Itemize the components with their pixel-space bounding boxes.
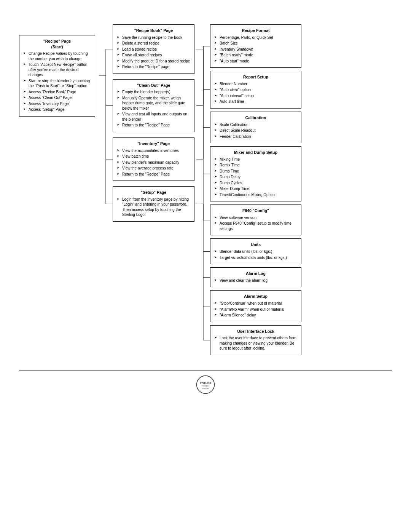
recipe-page-item: Change Recipe Values by touching the num…	[23, 51, 91, 61]
mixer-dump-item: Mixing Time	[214, 157, 297, 162]
report-setup-item: "Auto interval" setup	[214, 93, 297, 99]
setup-item: Login from the inventory page by hitting…	[117, 197, 190, 217]
alarm-setup-item: "Alarm/No Alarm" when out of material	[214, 307, 297, 312]
mixer-dump-item: Dump Delay	[214, 174, 297, 180]
recipe-page-item: Touch "Accept New Recipe" button after y…	[23, 62, 91, 78]
report-setup-item: Auto start time	[214, 99, 297, 104]
recipe-book-item: Modify the product ID for a stored recip…	[117, 59, 190, 64]
calibration-title: Calibration	[214, 115, 297, 121]
ui-lock-title: User Interface Lock	[214, 329, 297, 334]
f940-config-title: F940 "Config"	[214, 208, 297, 214]
clean-out-item: Empty the blender hopper(s)	[117, 89, 190, 95]
recipe-page-item: Access "Clean Out" Page	[23, 95, 91, 101]
column-2: "Recipe Book" PageSave the running recip…	[113, 24, 196, 355]
inventory-box: "Inventory" PageView the accumulated inv…	[113, 137, 194, 181]
calibration-item: Scale Calibration	[214, 122, 297, 128]
report-setup-title: Report Setup	[214, 74, 297, 80]
inventory-title: "Inventory" Page	[117, 141, 190, 147]
conn-1-2-svg	[99, 24, 113, 355]
alarm-log-item: View and clear the alarm log	[214, 278, 297, 283]
col2-boxes: "Recipe Book" PageSave the running recip…	[113, 24, 196, 222]
mixer-dump-item: Remix Time	[214, 163, 297, 168]
clean-out-item: Return to the "Recipe" Page	[117, 123, 190, 128]
sterling-logo: STERLING PROCESS SYSTEMS	[196, 375, 215, 394]
recipe-page-title: "Recipe" Page (Start)	[23, 38, 91, 50]
svg-text:STERLING: STERLING	[200, 382, 211, 384]
units-item: Target vs. actual data units (lbs. or kg…	[214, 255, 297, 260]
alarm-log-title: Alarm Log	[214, 271, 297, 276]
clean-out-title: "Clean Out" Page	[117, 83, 190, 88]
recipe-book-item: Load a stored recipe	[117, 47, 190, 52]
recipe-format-item: "Auto start" mode	[214, 59, 297, 64]
recipe-format-item: Batch Size	[214, 41, 297, 46]
mixer-dump-box: Mixer and Dump SetupMixing TimeRemix Tim…	[210, 146, 301, 201]
clean-out-box: "Clean Out" PageEmpty the blender hopper…	[113, 79, 194, 132]
ui-lock-box: User Interface LockLock the user interfa…	[210, 325, 301, 355]
mixer-dump-item: Dump Cycles	[214, 181, 297, 186]
units-title: Units	[214, 242, 297, 248]
page-footer: STERLING PROCESS SYSTEMS	[19, 371, 392, 394]
alarm-setup-box: Alarm Setup"Stop/Continue" when out of m…	[210, 290, 301, 322]
calibration-box: CalibrationScale CalibrationDirect Scale…	[210, 112, 301, 143]
alarm-log-box: Alarm LogView and clear the alarm log	[210, 267, 301, 287]
recipe-page-item: Access "Setup" Page	[23, 107, 91, 112]
clean-out-item: Manually Operate the mixer, weigh hopper…	[117, 96, 190, 111]
inventory-item: View the accumulated inventories	[117, 148, 190, 153]
setup-box: "Setup" PageLogin from the inventory pag…	[113, 186, 194, 222]
svg-point-24	[197, 375, 215, 393]
recipe-page-item: Access "Recipe Book" Page	[23, 89, 91, 95]
report-setup-item: "Auto clear" option	[214, 87, 297, 93]
inventory-item: View the average process rate	[117, 166, 190, 171]
f940-config-box: F940 "Config"View software versionAccess…	[210, 204, 301, 235]
conn-1-2	[99, 24, 113, 355]
diagram: "Recipe" Page (Start) Change Recipe Valu…	[19, 24, 384, 355]
report-setup-item: Blender Number	[214, 81, 297, 87]
units-item: Blender data units (lbs. or kgs.)	[214, 249, 297, 254]
recipe-book-item: Return to the "Recipe" page	[117, 64, 190, 70]
recipe-book-box: "Recipe Book" PageSave the running recip…	[113, 24, 194, 74]
mixer-dump-item: Mixer Dump Time	[214, 186, 297, 192]
recipe-format-item: Percentage, Parts, or Quick Set	[214, 35, 297, 40]
column-1: "Recipe" Page (Start) Change Recipe Valu…	[19, 24, 99, 355]
recipe-book-title: "Recipe Book" Page	[117, 28, 190, 34]
alarm-setup-title: Alarm Setup	[214, 294, 297, 299]
inventory-item: Return to the "Recipe" Page	[117, 172, 190, 177]
recipe-page-item: Start or stop the blender by touching th…	[23, 78, 91, 89]
calibration-item: Feeder Calibration	[214, 134, 297, 139]
units-box: UnitsBlender data units (lbs. or kgs.)Ta…	[210, 238, 301, 264]
f940-config-item: Access F940 "Config" setup to modify tim…	[214, 221, 297, 231]
ui-lock-item: Lock the user interface to prevent other…	[214, 335, 297, 351]
inventory-item: View blender's maximum capacity	[117, 160, 190, 165]
recipe-book-item: Save the running recipe to the book	[117, 35, 190, 40]
f940-config-item: View software version	[214, 215, 297, 220]
recipe-book-item: Delete a stored recipe	[117, 41, 190, 46]
conn-2-3	[196, 24, 210, 355]
recipe-page-item: Access "Inventory Page"	[23, 101, 91, 107]
col3-boxes: Recipe FormatPercentage, Parts, or Quick…	[210, 24, 307, 355]
mixer-dump-item: Dump Time	[214, 169, 297, 174]
calibration-item: Direct Scale Readout	[214, 128, 297, 133]
mixer-dump-item: Timed/Continuous Mixing Option	[214, 192, 297, 198]
conn-2-3-svg	[196, 24, 210, 355]
recipe-format-title: Recipe Format	[214, 28, 297, 34]
alarm-setup-item: "Stop/Continue" when out of material	[214, 301, 297, 306]
inventory-item: View batch time	[117, 154, 190, 159]
recipe-format-box: Recipe FormatPercentage, Parts, or Quick…	[210, 24, 301, 68]
recipe-format-item: "Batch ready" mode	[214, 53, 297, 58]
clean-out-item: View and test all inputs and outputs on …	[117, 112, 190, 122]
recipe-format-item: Inventory Shutdown	[214, 47, 297, 52]
column-3: Recipe FormatPercentage, Parts, or Quick…	[210, 24, 307, 355]
recipe-page-list: Change Recipe Values by touching the num…	[23, 51, 91, 112]
recipe-page-box: "Recipe" Page (Start) Change Recipe Valu…	[19, 35, 95, 117]
svg-text:PROCESS: PROCESS	[202, 385, 210, 387]
mixer-dump-title: Mixer and Dump Setup	[214, 150, 297, 155]
setup-title: "Setup" Page	[117, 190, 190, 195]
svg-text:SYSTEMS: SYSTEMS	[202, 387, 209, 389]
recipe-book-item: Erase all stored recipes	[117, 53, 190, 58]
alarm-setup-item: "Alarm Silence" delay	[214, 313, 297, 318]
report-setup-box: Report SetupBlender Number"Auto clear" o…	[210, 71, 301, 109]
